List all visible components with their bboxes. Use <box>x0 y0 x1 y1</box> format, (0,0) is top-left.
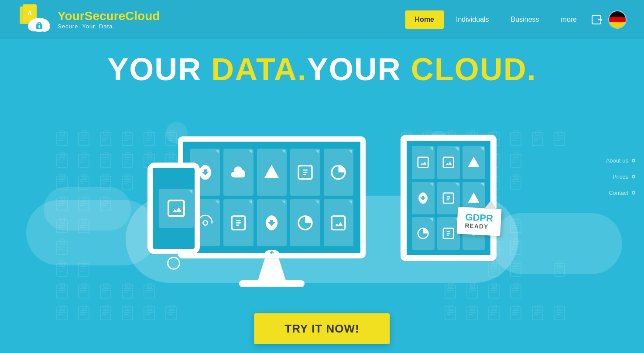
hero-headline: YOUR DATA.YOUR CLOUD. <box>0 52 644 87</box>
side-nav-contact[interactable]: Contact <box>609 190 635 196</box>
login-icon <box>591 14 603 26</box>
svg-marker-23 <box>468 157 480 167</box>
svg-marker-25 <box>468 192 480 202</box>
file-icon <box>257 199 287 246</box>
file-icon <box>223 199 253 246</box>
file-icon <box>412 146 435 179</box>
file-icon <box>462 146 485 179</box>
svg-rect-21 <box>418 157 428 167</box>
side-nav-dot-contact <box>632 191 635 194</box>
nav-individuals[interactable]: Individuals <box>446 10 499 29</box>
tablet: GDPR READY <box>401 135 497 261</box>
nav-login-button[interactable] <box>589 11 606 28</box>
nav-home[interactable]: Home <box>405 10 444 29</box>
nav-business[interactable]: Business <box>501 10 549 29</box>
monitor-cloud-badge <box>264 247 279 257</box>
file-icon <box>290 199 320 246</box>
cta-button[interactable]: TRY IT NOW! <box>254 313 390 344</box>
logo-tagline: Secure. Your. Data. <box>58 23 160 30</box>
phone-screen <box>147 163 200 254</box>
file-icon <box>412 217 435 250</box>
file-icon <box>324 149 353 196</box>
language-flag[interactable] <box>608 10 627 29</box>
illustration-area: GDPR READY <box>0 78 644 309</box>
file-icon-large <box>159 189 194 228</box>
svg-rect-22 <box>443 157 453 167</box>
svg-rect-11 <box>39 26 40 28</box>
main-nav: Home Individuals Business more <box>405 10 627 29</box>
file-icon <box>437 146 460 179</box>
file-icon <box>437 182 460 214</box>
svg-text:A: A <box>27 10 32 17</box>
device-container: GDPR READY <box>126 78 518 287</box>
file-icon <box>412 182 435 214</box>
cloud-left2 <box>44 187 131 231</box>
monitor-base <box>239 280 305 287</box>
side-nav-dot-about <box>632 159 635 162</box>
side-nav-dot-prices <box>632 175 635 178</box>
svg-rect-28 <box>168 200 184 216</box>
logo-icon: A <box>17 2 52 37</box>
file-icon <box>324 199 353 246</box>
tablet-screen <box>401 135 497 261</box>
monitor-screen <box>178 136 366 258</box>
header: A YourSecureCloud Secure. Your. Data. Ho… <box>0 0 644 39</box>
cta-area: TRY IT NOW! <box>254 313 390 344</box>
german-flag <box>609 11 626 28</box>
side-nav-prices[interactable]: Prices <box>613 173 635 180</box>
nav-more[interactable]: more <box>552 10 586 29</box>
phone <box>147 163 200 270</box>
file-icon <box>257 149 287 196</box>
svg-marker-13 <box>264 165 279 178</box>
file-icon <box>290 149 320 196</box>
logo-name: YourSecureCloud <box>58 10 160 23</box>
side-nav-about[interactable]: About us <box>606 157 635 164</box>
monitor <box>178 136 366 287</box>
logo-text: YourSecureCloud Secure. Your. Data. <box>58 10 160 30</box>
monitor-stand <box>254 258 289 280</box>
svg-rect-20 <box>271 251 272 254</box>
logo[interactable]: A YourSecureCloud Secure. Your. Data. <box>17 2 160 37</box>
hero-section: YOUR DATA.YOUR CLOUD. <box>0 39 644 87</box>
phone-home-button <box>167 257 180 270</box>
file-icon <box>437 217 460 250</box>
gdpr-badge: GDPR READY <box>457 207 502 236</box>
side-nav: About us Prices Contact <box>606 157 635 196</box>
file-icon <box>223 149 253 196</box>
svg-rect-18 <box>332 216 345 230</box>
